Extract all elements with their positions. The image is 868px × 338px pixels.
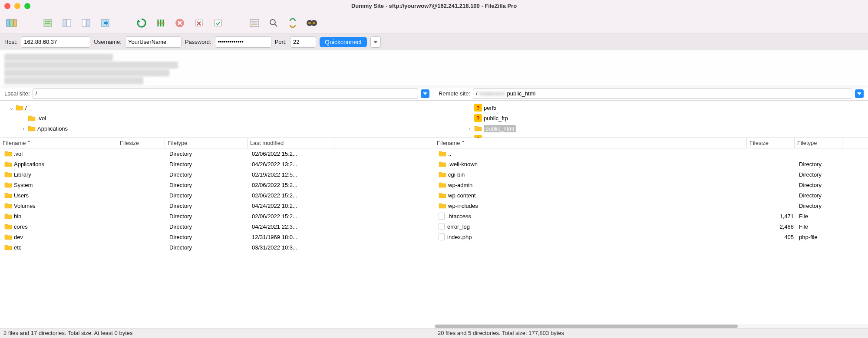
file-type: Directory — [167, 223, 249, 230]
file-row[interactable]: etcDirectory03/31/2022 10:3... — [0, 242, 434, 253]
svg-rect-0 — [7, 20, 10, 26]
toggle-local-tree-icon[interactable] — [60, 16, 74, 30]
file-type: Directory — [167, 234, 249, 240]
file-row[interactable]: wp-includesDirectory — [434, 200, 868, 211]
file-icon — [439, 213, 445, 220]
remote-col-filename[interactable]: Filename⌃ — [434, 138, 747, 148]
remote-site-input[interactable]: /hiddentextpublic_html — [473, 89, 852, 99]
file-type: Directory — [167, 213, 249, 220]
local-col-filesize[interactable]: Filesize — [117, 138, 165, 148]
local-col-filename[interactable]: Filename⌃ — [0, 138, 117, 148]
file-row[interactable]: wp-contentDirectory — [434, 190, 868, 200]
refresh-icon[interactable] — [135, 16, 149, 30]
quickconnect-history-dropdown[interactable] — [370, 36, 381, 48]
toolbar — [0, 12, 868, 34]
tree-item[interactable]: ?ssl — [434, 134, 868, 138]
file-row[interactable]: .volDirectory02/06/2022 15:2... — [0, 148, 434, 159]
disconnect-icon[interactable] — [192, 16, 206, 30]
toggle-queue-icon[interactable] — [98, 16, 112, 30]
toggle-log-icon[interactable] — [41, 16, 55, 30]
folder-icon — [439, 192, 446, 198]
remote-horizontal-scrollbar[interactable] — [434, 324, 868, 328]
toggle-remote-tree-icon[interactable] — [79, 16, 93, 30]
tree-item[interactable]: ⌄/ — [0, 102, 434, 113]
maximize-window-button[interactable] — [24, 3, 30, 9]
local-list-header: Filename⌃ Filesize Filetype Last modifie… — [0, 138, 434, 148]
svg-point-22 — [308, 22, 311, 24]
tree-item[interactable]: ›Applications — [0, 123, 434, 134]
find-icon[interactable] — [305, 16, 319, 30]
local-col-modified[interactable]: Last modified — [248, 138, 334, 148]
file-size: 2,488 — [749, 223, 796, 230]
file-size: 405 — [749, 234, 796, 240]
local-directory-tree[interactable]: ⌄/.vol›Applications — [0, 101, 434, 138]
remote-list-header: Filename⌃ Filesize Filetype — [434, 138, 868, 148]
file-row[interactable]: SystemDirectory02/06/2022 15:2... — [0, 180, 434, 190]
port-label: Port: — [275, 39, 287, 45]
folder-icon — [4, 203, 12, 209]
file-row[interactable]: binDirectory02/06/2022 15:2... — [0, 211, 434, 221]
username-input[interactable] — [125, 36, 182, 48]
message-log[interactable] — [0, 50, 868, 87]
local-col-filetype[interactable]: Filetype — [165, 138, 248, 148]
filter-icon[interactable] — [248, 16, 261, 30]
file-row[interactable]: .well-knownDirectory — [434, 159, 868, 169]
local-site-dropdown[interactable] — [421, 89, 429, 98]
sync-browsing-icon[interactable] — [286, 16, 300, 30]
remote-file-list[interactable]: ...well-knownDirectorycgi-binDirectorywp… — [434, 148, 868, 324]
host-input[interactable] — [21, 36, 90, 48]
expand-icon[interactable]: › — [467, 125, 472, 132]
file-row[interactable]: wp-adminDirectory — [434, 180, 868, 190]
svg-rect-8 — [82, 20, 86, 26]
remote-site-dropdown[interactable] — [855, 89, 864, 98]
file-name: error_log — [447, 223, 470, 230]
file-type: Directory — [167, 203, 249, 209]
file-row[interactable]: UsersDirectory02/06/2022 15:2... — [0, 190, 434, 200]
folder-icon — [16, 105, 23, 111]
tree-item[interactable]: ›public_html — [434, 123, 868, 134]
expand-icon[interactable]: ⌄ — [9, 105, 14, 111]
file-row[interactable]: coresDirectory04/24/2021 22:3... — [0, 221, 434, 232]
file-row[interactable]: index.php405php-file — [434, 232, 868, 242]
folder-icon — [439, 151, 446, 157]
svg-rect-6 — [63, 20, 66, 26]
remote-directory-tree[interactable]: ?perl5?public_ftp›public_html?ssl — [434, 101, 868, 138]
process-queue-icon[interactable] — [154, 16, 168, 30]
minimize-window-button[interactable] — [14, 3, 20, 9]
remote-col-filesize[interactable]: Filesize — [747, 138, 795, 148]
remote-col-filetype[interactable]: Filetype — [795, 138, 842, 148]
file-row[interactable]: devDirectory12/31/1969 18:0... — [0, 232, 434, 242]
reconnect-icon[interactable] — [211, 16, 225, 30]
file-modified: 03/31/2022 10:3... — [249, 244, 336, 251]
tree-item-label: perl5 — [484, 105, 496, 111]
tree-item[interactable]: ?perl5 — [434, 102, 868, 113]
file-name: index.php — [447, 234, 472, 240]
folder-icon — [4, 223, 12, 230]
file-modified: 04/24/2021 22:3... — [249, 223, 336, 230]
site-manager-icon[interactable] — [4, 16, 18, 30]
quickconnect-button[interactable]: Quickconnect — [320, 37, 367, 47]
search-icon[interactable] — [267, 16, 281, 30]
local-site-label: Local site: — [4, 90, 30, 97]
file-row[interactable]: VolumesDirectory04/24/2022 10:2... — [0, 200, 434, 211]
expand-icon[interactable]: › — [21, 125, 26, 132]
file-type: Directory — [796, 192, 844, 199]
svg-rect-3 — [44, 20, 52, 26]
password-input[interactable] — [215, 36, 271, 48]
tree-item[interactable]: ?public_ftp — [434, 113, 868, 123]
svg-point-18 — [270, 20, 275, 25]
file-row[interactable]: cgi-binDirectory — [434, 169, 868, 180]
port-input[interactable] — [290, 36, 316, 48]
file-row[interactable]: .htaccess1,471File — [434, 211, 868, 221]
tree-item[interactable]: .vol — [0, 113, 434, 123]
local-site-input[interactable] — [33, 89, 418, 99]
file-row[interactable]: ApplicationsDirectory04/26/2022 13:2... — [0, 159, 434, 169]
file-row[interactable]: .. — [434, 148, 868, 159]
local-file-list[interactable]: .volDirectory02/06/2022 15:2...Applicati… — [0, 148, 434, 328]
close-window-button[interactable] — [4, 3, 10, 9]
file-name: Users — [14, 192, 29, 199]
file-row[interactable]: error_log2,488File — [434, 221, 868, 232]
file-row[interactable]: LibraryDirectory02/19/2022 12:5... — [0, 169, 434, 180]
file-type: Directory — [796, 161, 844, 167]
cancel-icon[interactable] — [173, 16, 187, 30]
